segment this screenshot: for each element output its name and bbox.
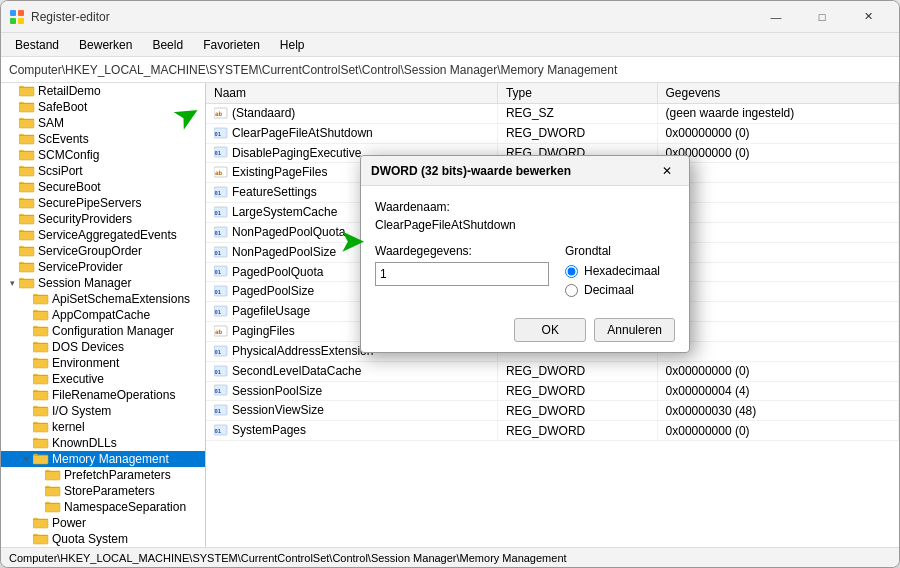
tree-item-iosystem[interactable]: I/O System	[1, 403, 205, 419]
svg-rect-38	[33, 359, 48, 368]
radio-decimaal[interactable]: Decimaal	[565, 283, 675, 297]
folder-icon-securepipeservers	[19, 196, 35, 210]
tree-label-sam: SAM	[38, 116, 64, 130]
svg-rect-34	[33, 327, 48, 336]
tree-item-configmanager[interactable]: Configuration Manager	[1, 323, 205, 339]
tree-item-serviceaggregatedevents[interactable]: ServiceAggregatedEvents	[1, 227, 205, 243]
cell-type-1: REG_DWORD	[497, 123, 657, 143]
folder-icon-executive	[33, 372, 49, 386]
cell-name-13: 01 SecondLevelDataCache	[206, 361, 497, 381]
tree-item-securityproviders[interactable]: SecurityProviders	[1, 211, 205, 227]
svg-rect-28	[19, 279, 34, 288]
svg-text:01: 01	[215, 190, 222, 196]
menu-item-help[interactable]: Help	[270, 36, 315, 54]
svg-rect-5	[19, 87, 34, 88]
dialog-title: DWORD (32 bits)-waarde bewerken	[371, 164, 655, 178]
cell-data-9	[657, 282, 898, 302]
col-naam[interactable]: Naam	[206, 83, 497, 104]
col-type[interactable]: Type	[497, 83, 657, 104]
tree-item-environment[interactable]: Environment	[1, 355, 205, 371]
minimize-button[interactable]: —	[753, 1, 799, 33]
reg-icon-9: 01	[214, 285, 228, 299]
tree-item-scsiport[interactable]: ScsiPort	[1, 163, 205, 179]
svg-rect-8	[19, 119, 34, 128]
table-row[interactable]: 01 SessionPoolSizeREG_DWORD0x00000004 (4…	[206, 381, 899, 401]
tree-item-power[interactable]: Power	[1, 515, 205, 531]
svg-rect-35	[33, 327, 48, 328]
reg-icon-4: 01	[214, 186, 228, 200]
tree-item-filerenameoperations[interactable]: FileRenameOperations	[1, 387, 205, 403]
ok-button[interactable]: OK	[514, 318, 586, 342]
svg-rect-18	[19, 199, 34, 208]
table-row[interactable]: 01 SecondLevelDataCacheREG_DWORD0x000000…	[206, 361, 899, 381]
folder-icon-safeboot	[19, 100, 35, 114]
expand-btn-memorymanagement[interactable]: ▾	[19, 452, 33, 466]
menu-item-beeld[interactable]: Beeld	[142, 36, 193, 54]
tree-item-retaildemo[interactable]: RetailDemo	[1, 83, 205, 99]
tree-item-namespaceseparation[interactable]: NamespaceSeparation	[1, 499, 205, 515]
tree-item-memorymanagement[interactable]: ▾ Memory Management	[1, 451, 205, 467]
reg-name-5: LargeSystemCache	[232, 205, 337, 219]
table-row[interactable]: 01 ClearPageFileAtShutdownREG_DWORD0x000…	[206, 123, 899, 143]
tree-item-scevents[interactable]: ScEvents	[1, 131, 205, 147]
radio-hexadecimaal[interactable]: Hexadecimaal	[565, 264, 675, 278]
table-row[interactable]: 01 SystemPagesREG_DWORD0x00000000 (0)	[206, 421, 899, 441]
tree-item-scmconfig[interactable]: SCMConfig	[1, 147, 205, 163]
svg-rect-11	[19, 135, 34, 136]
svg-rect-24	[19, 247, 34, 256]
folder-icon-environment	[33, 356, 49, 370]
tree-item-sessionmanager[interactable]: ▾ Session Manager	[1, 275, 205, 291]
cell-data-10	[657, 302, 898, 322]
svg-text:ab: ab	[215, 169, 223, 176]
svg-rect-6	[19, 103, 34, 112]
tree-item-apisetschemaextensions[interactable]: ApiSetSchemaExtensions	[1, 291, 205, 307]
tree-item-safeboot[interactable]: SafeBoot	[1, 99, 205, 115]
folder-icon-iosystem	[33, 404, 49, 418]
tree-item-servicegrouporder[interactable]: ServiceGroupOrder	[1, 243, 205, 259]
tree-item-sam[interactable]: SAM	[1, 115, 205, 131]
col-gegevens[interactable]: Gegevens	[657, 83, 898, 104]
tree-item-executive[interactable]: Executive	[1, 371, 205, 387]
dialog-close-button[interactable]: ✕	[655, 159, 679, 183]
tree-item-secureboot[interactable]: SecureBoot	[1, 179, 205, 195]
tree-item-quotasystem[interactable]: Quota System	[1, 531, 205, 547]
tree-item-knowndlls[interactable]: KnownDLLs	[1, 435, 205, 451]
table-row[interactable]: 01 SessionViewSizeREG_DWORD0x00000030 (4…	[206, 401, 899, 421]
svg-rect-25	[19, 247, 34, 248]
svg-rect-16	[19, 183, 34, 192]
tree-panel[interactable]: RetailDemo SafeBoot SAM ScEvents SCMConf…	[1, 83, 206, 547]
cell-type-14: REG_DWORD	[497, 381, 657, 401]
tree-item-prefetchparameters[interactable]: PrefetchParameters	[1, 467, 205, 483]
tree-item-securepipeservers[interactable]: SecurePipeServers	[1, 195, 205, 211]
expand-btn-serviceprovider	[5, 260, 19, 274]
cancel-button[interactable]: Annuleren	[594, 318, 675, 342]
svg-rect-48	[33, 439, 48, 448]
svg-text:01: 01	[215, 289, 222, 295]
menu-item-bewerken[interactable]: Bewerken	[69, 36, 142, 54]
expand-btn-sessionmanager[interactable]: ▾	[5, 276, 19, 290]
menu-item-bestand[interactable]: Bestand	[5, 36, 69, 54]
close-button[interactable]: ✕	[845, 1, 891, 33]
tree-item-appcompatchache[interactable]: AppCompatCache	[1, 307, 205, 323]
address-label: Computer\HKEY_LOCAL_MACHINE\SYSTEM\Curre…	[9, 63, 617, 77]
svg-rect-17	[19, 183, 34, 184]
expand-btn-scsiport	[5, 164, 19, 178]
expand-btn-configmanager	[19, 324, 33, 338]
reg-icon-11: ab	[214, 325, 228, 339]
dialog-body: Waardenaam: ClearPageFileAtShutdown Waar…	[361, 186, 689, 352]
tree-item-storeparameters[interactable]: StoreParameters	[1, 483, 205, 499]
tree-item-serviceprovider[interactable]: ServiceProvider	[1, 259, 205, 275]
table-row[interactable]: ab (Standaard)REG_SZ(geen waarde ingeste…	[206, 104, 899, 124]
tree-item-dosdevices[interactable]: DOS Devices	[1, 339, 205, 355]
maximize-button[interactable]: □	[799, 1, 845, 33]
reg-icon-1: 01	[214, 127, 228, 141]
svg-rect-20	[19, 215, 34, 224]
reg-icon-10: 01	[214, 305, 228, 319]
reg-name-15: SessionViewSize	[232, 403, 324, 417]
waardegegevens-input[interactable]	[375, 262, 549, 286]
tree-label-kernel: kernel	[52, 420, 85, 434]
tree-item-kernel[interactable]: kernel	[1, 419, 205, 435]
folder-icon-power	[33, 516, 49, 530]
menu-item-favorieten[interactable]: Favorieten	[193, 36, 270, 54]
status-bar: Computer\HKEY_LOCAL_MACHINE\SYSTEM\Curre…	[1, 547, 899, 567]
